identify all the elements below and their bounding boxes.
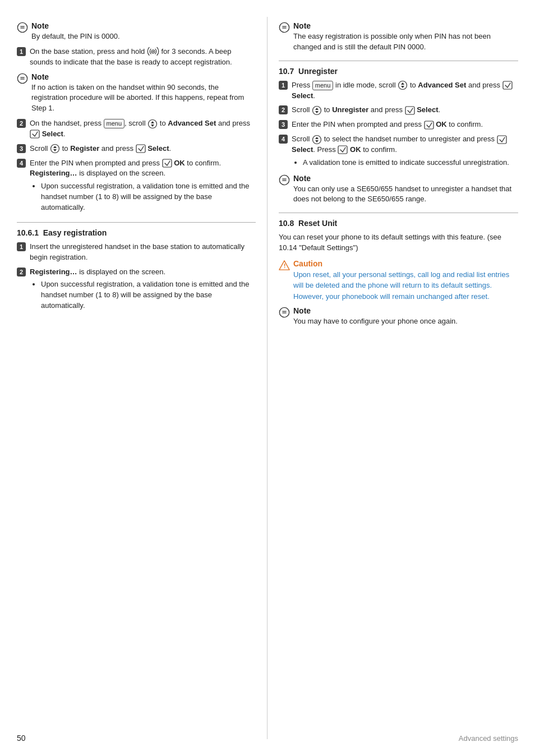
svg-point-0: [17, 22, 27, 32]
menu-key: menu: [104, 119, 125, 128]
steps-234: 2 On the handset, press menu, scroll to …: [17, 118, 256, 214]
section-reset-title: 10.8 Reset Unit: [279, 219, 518, 228]
section-easy-title: 10.6.1 Easy registration: [17, 228, 256, 237]
step-easy-num-2: 2: [17, 268, 26, 276]
step-unreg-num-3: 3: [279, 120, 288, 129]
step-easy-1: 1 Insert the unregistered handset in the…: [17, 242, 256, 263]
note-icon-right-2: [279, 174, 290, 186]
section-easy-number: 10.6.1: [17, 228, 39, 237]
divider-right-2: [279, 213, 518, 213]
step-content-1: On the base station, press and hold for …: [30, 47, 256, 68]
svg-marker-31: [315, 140, 319, 142]
step-easy-2-bullets: Upon successful registration, a validati…: [30, 279, 256, 311]
svg-rect-27: [405, 107, 414, 114]
svg-marker-13: [53, 146, 57, 148]
step-unreg-num-1: 1: [279, 81, 288, 90]
step-unreg-content-2: Scroll to Unregister and press: [292, 105, 440, 116]
divider-easy: [17, 222, 256, 223]
step-content-2: On the handset, press menu, scroll to Ad…: [30, 118, 256, 140]
step-easy-num-1: 1: [17, 242, 26, 251]
svg-point-8: [149, 119, 157, 128]
step-unreg-2: 2 Scroll to Unregister and press: [279, 105, 518, 116]
scroll-icon-unreg-1: [398, 80, 408, 90]
step-easy-content-1: Insert the unregistered handset in the b…: [30, 242, 256, 263]
note-icon-2: [17, 73, 28, 84]
steps-unregister: 1 Press menu in idle mode, scroll to Adv…: [279, 80, 518, 169]
steps-main: 1 On the base station, press and hold: [17, 47, 256, 68]
step-num-1: 1: [17, 47, 26, 56]
svg-point-20: [399, 81, 407, 90]
note-text-2: If no action is taken on the handset wit…: [31, 82, 256, 114]
note-icon-1: [17, 22, 28, 33]
note-box-right-1: Note The easy registration is possible o…: [279, 21, 518, 53]
caution-text: Upon reset, all your personal settings, …: [293, 269, 518, 302]
step-easy-2-bullet-1: Upon successful registration, a validati…: [41, 279, 256, 311]
svg-marker-26: [315, 111, 319, 113]
section-reset-number: 10.8: [279, 219, 294, 228]
note-label-2: Note: [31, 72, 256, 81]
section-unregister-label: Unregister: [298, 67, 338, 76]
section-reset-intro: You can reset your phone to its default …: [279, 232, 518, 253]
svg-point-12: [51, 145, 59, 153]
scroll-icon-3: [50, 144, 60, 154]
svg-rect-32: [497, 136, 506, 144]
step-item-3: 3 Scroll to Register and press: [17, 144, 256, 154]
note-text-right-1: The easy registration is possible only w…: [293, 31, 518, 53]
step-unreg-content-1: Press menu in idle mode, scroll to Advan…: [292, 80, 518, 102]
step-easy-content-2: Registering… is displayed on the screen.…: [30, 267, 256, 312]
step-unreg-num-4: 4: [279, 135, 288, 144]
divider-right-1: [279, 61, 518, 61]
note-label-1: Note: [31, 21, 120, 30]
footer-section-label: Advanced settings: [459, 734, 518, 743]
svg-rect-23: [503, 81, 512, 89]
svg-text:!: !: [284, 263, 285, 269]
ok-key-unreg-4: [338, 145, 348, 154]
svg-marker-21: [401, 82, 404, 85]
svg-marker-14: [53, 149, 57, 151]
step-num-2: 2: [17, 119, 26, 128]
section-reset-label: Reset Unit: [298, 219, 337, 228]
ok-key-4: [162, 159, 172, 168]
select-key-3: [136, 144, 146, 153]
note-label-right-2: Note: [293, 174, 518, 183]
select-key-unreg-1: [502, 81, 513, 90]
step-num-3: 3: [17, 144, 26, 153]
radio-waves-icon: [147, 47, 159, 57]
right-column: Note The easy registration is possible o…: [268, 17, 518, 739]
step4-bullets: Upon successful registration, a validati…: [30, 181, 256, 213]
svg-point-39: [279, 308, 289, 317]
note-text-right-3: You may have to configure your phone onc…: [293, 316, 458, 327]
caution-icon: !: [279, 260, 290, 271]
svg-marker-10: [151, 125, 154, 127]
page-footer: 50 Advanced settings: [17, 734, 518, 743]
step-unreg-3: 3 Enter the PIN when prompted and press …: [279, 119, 518, 130]
step-unreg-1: 1 Press menu in idle mode, scroll to Adv…: [279, 80, 518, 102]
step4-bullet-1: Upon successful registration, a validati…: [41, 181, 256, 213]
svg-point-5: [17, 73, 27, 83]
step-unreg-content-3: Enter the PIN when prompted and press OK…: [292, 119, 483, 130]
step-unreg-num-2: 2: [279, 105, 288, 114]
step-content-4: Enter the PIN when prompted and press OK…: [30, 158, 256, 214]
svg-marker-25: [315, 108, 319, 110]
step-item-2: 2 On the handset, press menu, scroll to …: [17, 118, 256, 140]
note-label-right-1: Note: [293, 21, 518, 30]
svg-rect-28: [425, 121, 433, 129]
section-unregister-number: 10.7: [279, 67, 294, 76]
svg-point-34: [279, 175, 289, 185]
note-label-right-3: Note: [293, 306, 458, 315]
note-icon-right-1: [279, 22, 290, 33]
svg-marker-30: [315, 137, 319, 139]
svg-point-24: [313, 106, 321, 114]
step-unreg-4-bullet-1: A validation tone is emitted to indicate…: [303, 158, 518, 168]
caution-label: Caution: [293, 259, 518, 268]
note-text-1: By default, the PIN is 0000.: [31, 31, 120, 42]
caution-box: ! Caution Upon reset, all your personal …: [279, 259, 518, 302]
ok-key-unreg-3: [424, 121, 434, 130]
step-num-4: 4: [17, 159, 26, 168]
scroll-icon-unreg-4: [312, 135, 322, 145]
select-key-unreg-4: [497, 135, 507, 144]
scroll-icon-2: [147, 119, 158, 129]
step-easy-2: 2 Registering… is displayed on the scree…: [17, 267, 256, 312]
section-easy-label: Easy registration: [43, 228, 107, 237]
note-box-right-2: Note You can only use a SE650/655 handse…: [279, 174, 518, 205]
